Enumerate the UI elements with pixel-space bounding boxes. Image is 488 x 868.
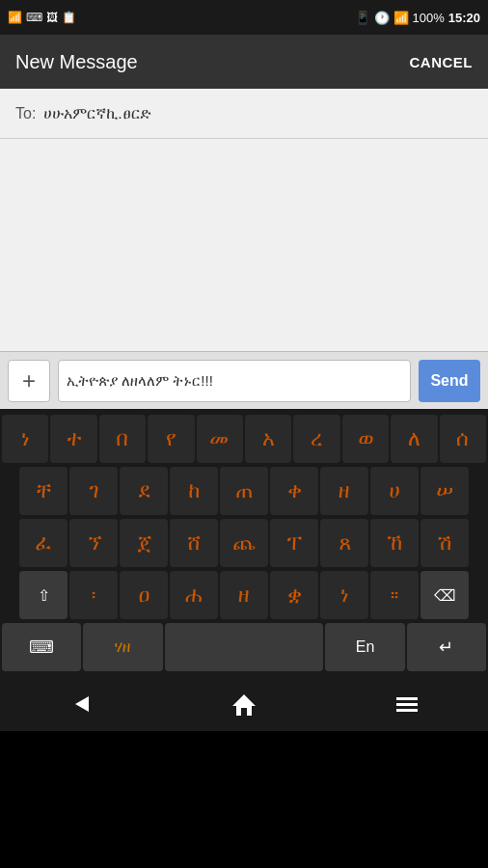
keyboard-icon: ⌨ [26, 11, 42, 24]
key-che[interactable]: ቸ [19, 467, 68, 515]
keyboard-row-4: ⇧ ፡ ዐ ሐ ዘ ቋ ነ ፡፡ ⌫ [2, 571, 486, 619]
keyboard-row-3: ፈ ኘ ጀ ሸ ጨ ፐ ጸ ኸ ሽ [2, 519, 486, 567]
message-text: ኢትዮጵያ ለዘላለም ትኑር!!! [67, 372, 213, 390]
send-button[interactable]: Send [419, 360, 480, 402]
wifi-icon: 📶 [393, 11, 409, 25]
key-be[interactable]: በ [99, 415, 146, 463]
svg-rect-3 [396, 703, 418, 706]
cancel-button[interactable]: CANCEL [410, 54, 474, 70]
lang-key[interactable]: ሃዘ [83, 623, 162, 671]
backspace-key[interactable]: ⌫ [420, 571, 469, 619]
back-button[interactable] [68, 691, 95, 718]
space-key[interactable] [165, 623, 324, 671]
key-shi[interactable]: ሽ [420, 519, 469, 567]
key-le[interactable]: ለ [391, 415, 437, 463]
key-qe[interactable]: ቀ [270, 467, 318, 515]
status-icons-right: 📱 🕐 📶 100% 15:20 [355, 11, 481, 25]
key-te[interactable]: ተ [50, 415, 96, 463]
key-glottal[interactable]: ዐ [120, 571, 168, 619]
clipboard-icon: 📋 [62, 11, 76, 24]
keyboard-row-1: ነ ተ በ የ መ አ ረ ወ ለ ሰ [2, 415, 486, 463]
status-icons-left: 📶 ⌨ 🖼 📋 [8, 11, 76, 24]
svg-marker-0 [75, 696, 89, 712]
key-ze[interactable]: ዘ [320, 467, 368, 515]
phone-icon: 📱 [355, 11, 370, 25]
clock-icon: 🕐 [374, 11, 390, 25]
image-icon: 🖼 [46, 11, 58, 24]
key-ye[interactable]: የ [148, 415, 194, 463]
key-we[interactable]: ወ [342, 415, 389, 463]
key-ne[interactable]: ነ [2, 415, 48, 463]
plus-icon: + [22, 369, 36, 393]
keyboard-row-2: ቸ ገ ደ ከ ጠ ቀ ዘ ሀ ሠ [2, 467, 486, 515]
to-value: ሀሁአምርኛኪ.ፀርድ [43, 105, 150, 122]
shift-key[interactable]: ⇧ [19, 571, 68, 619]
key-ke[interactable]: ከ [170, 467, 218, 515]
to-field[interactable]: To: ሀሁአምርኛኪ.ፀርድ [0, 89, 488, 139]
home-button[interactable] [230, 691, 258, 718]
en-key[interactable]: En [325, 623, 404, 671]
key-the[interactable]: ጠ [220, 467, 268, 515]
key-he[interactable]: ሀ [370, 467, 419, 515]
keyboard-toggle-key[interactable]: ⌨ [2, 623, 81, 671]
key-de[interactable]: ደ [120, 467, 168, 515]
action-bar: New Message CANCEL [0, 35, 488, 89]
keyboard: ነ ተ በ የ መ አ ረ ወ ለ ሰ ቸ ገ ደ ከ ጠ ቀ ዘ ሀ ሠ ፈ … [0, 409, 488, 677]
key-she[interactable]: ሠ [420, 467, 469, 515]
input-row: + ኢትዮጵያ ለዘላለም ትኑር!!! Send [0, 351, 488, 409]
key-ha[interactable]: ሐ [170, 571, 218, 619]
key-she2[interactable]: ሸ [170, 519, 218, 567]
svg-marker-1 [232, 694, 256, 716]
svg-rect-2 [396, 697, 418, 700]
send-label: Send [430, 372, 468, 390]
key-wordspace[interactable]: ፡ [69, 571, 118, 619]
key-khe[interactable]: ኸ [370, 519, 419, 567]
key-qwa[interactable]: ቋ [270, 571, 318, 619]
menu-button[interactable] [393, 691, 420, 718]
key-tche[interactable]: ጨ [220, 519, 268, 567]
key-ge[interactable]: ገ [69, 467, 118, 515]
page-title: New Message [15, 51, 138, 73]
key-a[interactable]: አ [245, 415, 291, 463]
message-area[interactable] [0, 139, 488, 351]
enter-key[interactable]: ↵ [407, 623, 486, 671]
attachment-button[interactable]: + [8, 360, 50, 402]
status-bar: 📶 ⌨ 🖼 📋 📱 🕐 📶 100% 15:20 [0, 0, 488, 35]
message-input[interactable]: ኢትዮጵያ ለዘላለም ትኑር!!! [58, 360, 411, 402]
signal-icon: 📶 [8, 11, 22, 24]
key-fullstop[interactable]: ፡፡ [370, 571, 419, 619]
battery-label: 100% [413, 11, 445, 25]
keyboard-row-5: ⌨ ሃዘ En ↵ [2, 623, 486, 671]
key-je[interactable]: ጀ [120, 519, 168, 567]
to-label: To: [15, 105, 36, 122]
back-icon [68, 691, 95, 718]
bottom-nav [0, 677, 488, 731]
key-me[interactable]: መ [197, 415, 243, 463]
key-fe[interactable]: ፈ [19, 519, 68, 567]
key-the2[interactable]: ዘ [220, 571, 268, 619]
key-se[interactable]: ሰ [440, 415, 486, 463]
menu-icon [393, 691, 420, 718]
key-tse[interactable]: ጸ [320, 519, 368, 567]
time-label: 15:20 [448, 11, 480, 25]
key-gne[interactable]: ኘ [69, 519, 118, 567]
key-re[interactable]: ረ [293, 415, 339, 463]
home-icon [230, 691, 258, 718]
key-pe[interactable]: ፐ [270, 519, 318, 567]
svg-rect-4 [396, 709, 418, 712]
key-ne2[interactable]: ነ [320, 571, 368, 619]
